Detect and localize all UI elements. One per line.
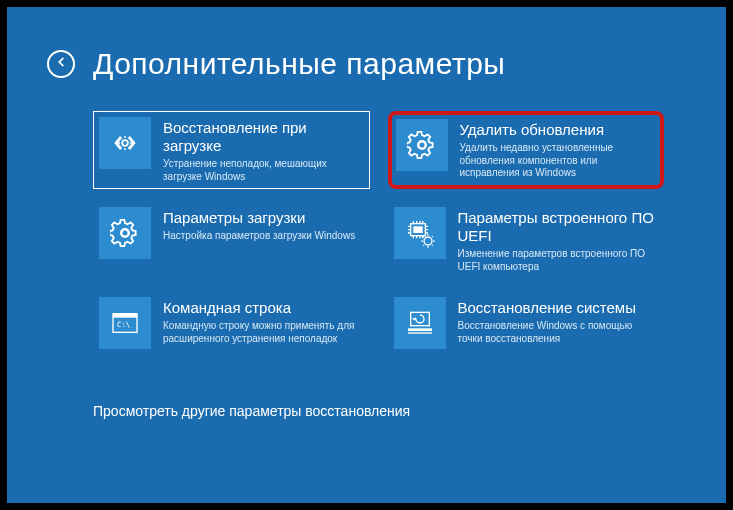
- advanced-options-screen: Дополнительные параметры Восстановление …: [7, 7, 726, 503]
- svg-point-3: [424, 237, 432, 245]
- tile-desc: Изменение параметров встроенного ПО UEFI…: [458, 248, 655, 273]
- tile-desc: Удалить недавно установленные обновления…: [460, 142, 653, 180]
- back-button[interactable]: [47, 50, 75, 78]
- svg-point-0: [122, 140, 128, 146]
- svg-rect-5: [113, 314, 137, 318]
- tile-uefi-firmware[interactable]: Параметры встроенного ПО UEFI Изменение …: [388, 201, 665, 279]
- gear-icon: [99, 207, 151, 259]
- see-more-options-link[interactable]: Просмотреть другие параметры восстановле…: [93, 403, 686, 419]
- page-title: Дополнительные параметры: [93, 47, 505, 81]
- svg-rect-2: [413, 226, 422, 233]
- tile-desc: Восстановление Windows с помощью точки в…: [458, 320, 655, 345]
- gear-icon: [396, 119, 448, 171]
- tile-startup-repair[interactable]: Восстановление при загрузке Устранение н…: [93, 111, 370, 189]
- tile-startup-settings[interactable]: Параметры загрузки Настройка параметров …: [93, 201, 370, 279]
- tile-title: Параметры встроенного ПО UEFI: [458, 209, 655, 245]
- tile-system-restore[interactable]: Восстановление системы Восстановление Wi…: [388, 291, 665, 369]
- svg-text:C:\: C:\: [117, 320, 130, 329]
- chip-gear-icon: [394, 207, 446, 259]
- tile-desc: Устранение неполадок, мешающих загрузке …: [163, 158, 360, 183]
- tile-desc: Командную строку можно применять для рас…: [163, 320, 360, 345]
- tile-uninstall-updates[interactable]: Удалить обновления Удалить недавно устан…: [388, 111, 665, 189]
- terminal-icon: C:\: [99, 297, 151, 349]
- tile-title: Параметры загрузки: [163, 209, 355, 227]
- svg-rect-9: [408, 332, 432, 333]
- tile-title: Удалить обновления: [460, 121, 653, 139]
- svg-rect-8: [408, 328, 432, 331]
- restore-icon: [394, 297, 446, 349]
- tile-title: Восстановление системы: [458, 299, 655, 317]
- back-arrow-icon: [54, 55, 68, 73]
- header: Дополнительные параметры: [47, 47, 686, 81]
- tile-title: Командная строка: [163, 299, 360, 317]
- tile-command-prompt[interactable]: C:\ Командная строка Командную строку мо…: [93, 291, 370, 369]
- options-grid: Восстановление при загрузке Устранение н…: [93, 111, 664, 369]
- tile-title: Восстановление при загрузке: [163, 119, 360, 155]
- startup-repair-icon: [99, 117, 151, 169]
- tile-desc: Настройка параметров загрузки Windows: [163, 230, 355, 243]
